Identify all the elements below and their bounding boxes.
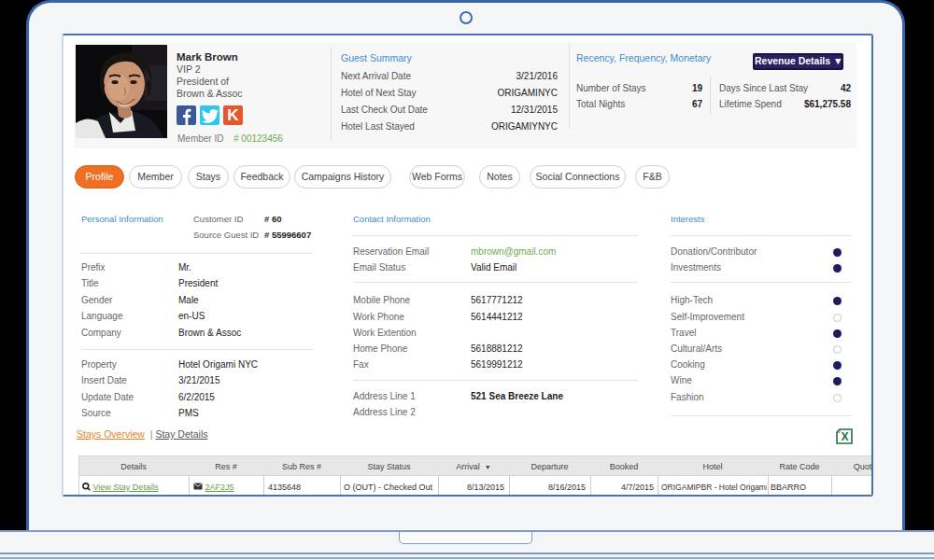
svg-text:X: X — [841, 430, 848, 443]
